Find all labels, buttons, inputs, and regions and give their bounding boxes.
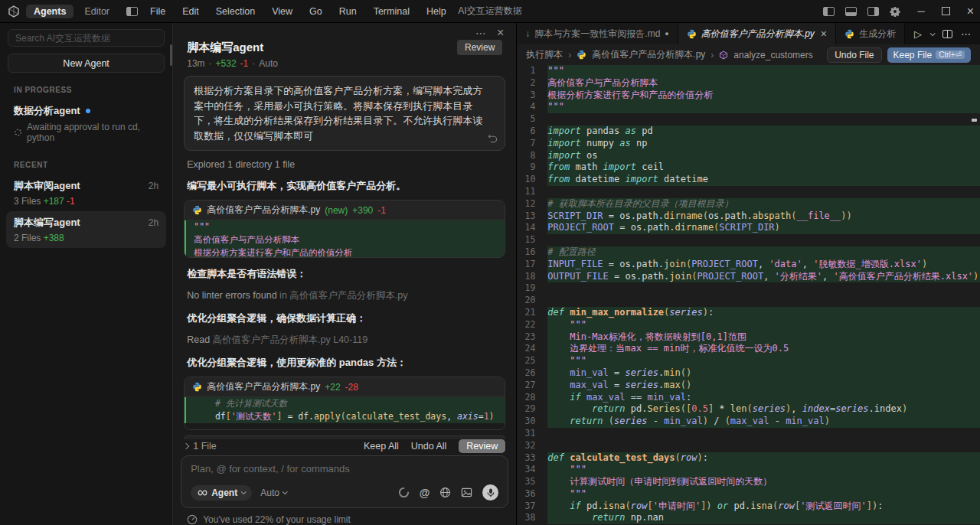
line-number: 21 (517, 307, 547, 319)
app-tab-editor[interactable]: Editor (77, 5, 117, 18)
files-count[interactable]: 1 File (193, 441, 217, 452)
toggle-right-panel-icon[interactable] (867, 7, 879, 16)
line-content: return np.nan (547, 512, 980, 524)
tab-高价值客户产品分析脚本.py[interactable]: 高价值客户产品分析脚本.py× (678, 23, 836, 44)
code-line: 30 return (series - min_val) / (max_val … (517, 416, 980, 428)
line-number: 27 (517, 380, 547, 392)
close-panel-icon[interactable]: × (497, 26, 504, 40)
code-line: 3根据分析方案进行客户和产品的价值分析 (517, 90, 980, 102)
line-content (547, 234, 980, 246)
image-attach-icon[interactable] (461, 487, 472, 498)
toggle-left-panel-icon[interactable] (823, 7, 835, 16)
code-line: 14PROJECT_ROOT = os.path.dirname(SCRIPT_… (517, 222, 980, 234)
menu-selection[interactable]: Selection (216, 6, 255, 17)
menu-edit[interactable]: Edit (182, 6, 199, 17)
python-file-icon (192, 382, 202, 392)
close-tab-icon[interactable]: × (821, 28, 827, 40)
code-line: 17INPUT_FILE = os.path.join(PROJECT_ROOT… (517, 259, 980, 271)
restore-prompt-icon[interactable] (488, 134, 498, 144)
agent-mode-dropdown[interactable]: Agent (191, 485, 252, 501)
line-content: # 获取脚本所在目录的父目录（项目根目录） (547, 198, 980, 210)
line-number: 28 (517, 392, 547, 404)
line-content: from math import ceil (547, 161, 980, 174)
undo-file-button[interactable]: Undo File (827, 47, 881, 63)
user-prompt-text: 根据分析方案目录下的高价值客户产品分析方案，编写脚本完成方案中的任务，采用最小可… (194, 85, 482, 142)
code-editor[interactable]: 1"""2高价值客户与产品分析脚本3根据分析方案进行客户和产品的价值分析4"""… (517, 65, 980, 525)
explored-status: Explored 1 directory 1 file (187, 159, 502, 170)
diff-card-1[interactable]: 高价值客户产品分析脚本.py (new) +390 -1 """高价值客户与产品… (184, 200, 505, 258)
menu-run[interactable]: Run (339, 6, 357, 17)
maximize-button[interactable] (942, 7, 950, 15)
line-number: 12 (517, 198, 547, 210)
breadcrumb-folder[interactable]: 执行脚本 (526, 48, 563, 61)
web-globe-icon[interactable] (439, 487, 451, 498)
line-content: 根据分析方案进行客户和产品的价值分析 (547, 90, 980, 102)
search-input[interactable] (8, 29, 165, 47)
line-number: 6 (517, 126, 547, 138)
breadcrumb-symbol[interactable]: analyze_customers (733, 50, 812, 60)
tab-脚本与方案一致性审阅报告.md[interactable]: ↓脚本与方案一致性审阅报告.md● (517, 23, 678, 44)
line-number: 26 (517, 367, 547, 380)
menu-file[interactable]: File (150, 6, 165, 17)
sidebar-agent-item[interactable]: 脚本编写agent2h2 Files +388 (6, 211, 166, 248)
new-agent-button[interactable]: New Agent (8, 54, 165, 73)
keep-all-button[interactable]: Keep All (364, 441, 399, 452)
mention-icon[interactable]: @ (420, 487, 430, 499)
sidebar-scrollbar[interactable] (170, 44, 172, 66)
line-content: import pandas as pd (547, 126, 980, 138)
line-content: if pd.isna(row['申请时间']) or pd.isna(row['… (547, 501, 980, 513)
menu-terminal[interactable]: Terminal (374, 6, 410, 17)
run-file-button[interactable]: ▷ (914, 28, 922, 40)
minimize-button[interactable]: ─ (917, 5, 924, 17)
app-mode-tabs: AgentsEditor (26, 5, 120, 18)
line-number: 14 (517, 222, 547, 234)
model-dropdown[interactable]: Auto (260, 488, 286, 498)
editor-actions: ▷⋯ (905, 23, 980, 44)
diff-card-2[interactable]: 高价值客户产品分析脚本.py +22 -28 # 先计算测试天数 df['测试天… (184, 377, 505, 430)
code-line: 8import os (517, 150, 980, 162)
voice-input-button[interactable] (482, 484, 498, 501)
user-prompt-card[interactable]: 根据分析方案目录下的高价值客户产品分析方案，编写脚本完成方案中的任务，采用最小可… (184, 76, 505, 151)
tab-生成分析[interactable]: 生成分析 (836, 23, 905, 44)
menu-view[interactable]: View (272, 6, 292, 17)
keep-file-shortcut: Ctrl+⏎ (936, 51, 965, 59)
split-editor-icon[interactable] (942, 30, 952, 38)
line-content: 计算测试时间（申请时间到测试返回时间的天数） (547, 476, 980, 488)
run-dropdown-icon[interactable] (930, 31, 936, 36)
agent-change-stats: 3 Files +187 -1 (14, 196, 158, 207)
menu-go[interactable]: Go (309, 6, 322, 17)
more-actions-icon[interactable]: ⋯ (961, 28, 971, 40)
sidebar-agent-item[interactable]: 脚本审阅agent2h3 Files +187 -1 (6, 174, 166, 211)
app-tab-agents[interactable]: Agents (26, 5, 74, 18)
settings-gear-icon[interactable] (890, 6, 900, 17)
line-number: 25 (517, 355, 547, 367)
chat-input[interactable]: Plan, @ for context, / for commands (191, 463, 498, 474)
breadcrumb: 执行脚本 › 高价值客户产品分析脚本.py › analyze_customer… (517, 44, 980, 65)
more-options-icon[interactable]: ⋯ (475, 27, 486, 39)
line-number: 35 (517, 476, 547, 488)
code-line: 23 Min-Max标准化，将数据映射到[0,1]范围 (517, 331, 980, 344)
expand-files-icon[interactable] (183, 443, 189, 449)
menu-help[interactable]: Help (426, 6, 446, 17)
code-line: 21def min_max_normalize(series): (517, 307, 980, 319)
diff-line: """ (185, 220, 505, 233)
agent-name: 脚本审阅agent (14, 179, 80, 193)
code-line: 2高价值客户与产品分析脚本 (517, 77, 980, 90)
scrollbar-marker[interactable] (972, 119, 977, 122)
sidebar-agent-item[interactable]: 数据分析agentAwaiting approval to run cd, py… (6, 99, 166, 148)
code-line: 1""" (517, 65, 980, 77)
keep-file-button[interactable]: Keep File Ctrl+⏎ (887, 47, 971, 63)
review-button-top[interactable]: Review (457, 40, 502, 55)
line-number: 1 (517, 65, 547, 77)
line-number: 37 (517, 501, 547, 513)
toggle-bottom-panel-icon[interactable] (845, 7, 857, 16)
undo-all-button[interactable]: Undo All (411, 441, 447, 452)
chat-input-card: Plan, @ for context, / for commands Agen… (181, 455, 508, 508)
line-number: 23 (517, 331, 547, 344)
line-content: # 配置路径 (547, 246, 980, 259)
line-number: 9 (517, 161, 547, 174)
review-button-bottom[interactable]: Review (459, 439, 505, 453)
toggle-sidebar-icon[interactable] (126, 7, 138, 16)
breadcrumb-file[interactable]: 高价值客户产品分析脚本.py (592, 48, 705, 61)
close-window-button[interactable]: × (967, 5, 974, 18)
